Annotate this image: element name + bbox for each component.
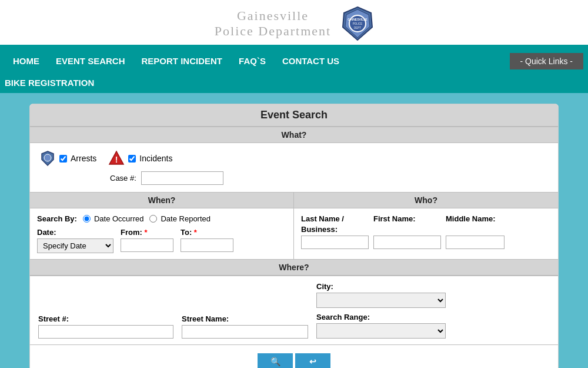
first-name-field-group: First Name: bbox=[373, 214, 441, 249]
reset-button[interactable]: ↩ Reset bbox=[295, 353, 330, 368]
search-box: Event Search What? Arrests bbox=[29, 104, 559, 368]
city-select[interactable] bbox=[316, 293, 446, 308]
where-section: Street #: Street Name: City: Searc bbox=[30, 276, 558, 344]
when-panel: When? Search By: Date Occurred Date Repo… bbox=[30, 193, 294, 259]
first-name-input[interactable] bbox=[373, 236, 441, 249]
header: Gainesville Police Department GAINESVILL… bbox=[0, 0, 588, 45]
first-name-label: First Name: bbox=[373, 214, 441, 223]
city-label: City: bbox=[316, 282, 446, 291]
nav-item-contact-us[interactable]: CONTACT US bbox=[274, 51, 348, 71]
main-content: Event Search What? Arrests bbox=[0, 93, 588, 368]
street-name-field-group: Street Name: bbox=[182, 314, 308, 339]
date-occurred-radio-group: Date Occurred bbox=[83, 214, 144, 223]
page-title: Event Search bbox=[30, 104, 558, 127]
from-required-star: * bbox=[144, 228, 147, 237]
case-label: Case #: bbox=[110, 174, 136, 183]
middle-name-input[interactable] bbox=[446, 236, 505, 249]
logo-line1: Gainesville bbox=[215, 8, 331, 24]
svg-text:POLICE: POLICE bbox=[353, 22, 363, 25]
search-range-select[interactable] bbox=[316, 323, 446, 339]
business-label: Business: bbox=[301, 225, 369, 234]
to-field-group: To: * 7/11/2024 bbox=[181, 228, 233, 252]
date-reported-label: Date Reported bbox=[161, 214, 211, 223]
reset-icon: ↩ bbox=[309, 357, 316, 366]
when-body: Search By: Date Occurred Date Reported D… bbox=[30, 208, 293, 259]
search-button[interactable]: 🔍 Search bbox=[258, 353, 293, 368]
city-range-group: City: Search Range: bbox=[316, 282, 446, 339]
when-header: When? bbox=[30, 193, 293, 208]
when-who-row: When? Search By: Date Occurred Date Repo… bbox=[30, 192, 558, 259]
nav-item-bike-registration[interactable]: BIKE REGISTRATION bbox=[5, 78, 583, 88]
date-reported-radio-group: Date Reported bbox=[149, 214, 211, 223]
search-icon: 🔍 bbox=[270, 357, 280, 366]
street-num-label: Street #: bbox=[38, 314, 173, 323]
search-range-field-group: Search Range: bbox=[316, 313, 446, 339]
last-name-input[interactable] bbox=[301, 236, 369, 249]
date-select[interactable]: Specify Date Today Yesterday Last 7 Days… bbox=[37, 238, 113, 253]
from-label: From: * bbox=[121, 228, 173, 237]
search-by-row: Search By: Date Occurred Date Reported bbox=[37, 214, 286, 223]
arrests-label: Arrests bbox=[71, 154, 96, 163]
nav-item-report-incident[interactable]: REPORT INCIDENT bbox=[133, 51, 231, 71]
nav-bar-second: BIKE REGISTRATION bbox=[0, 78, 588, 93]
city-field-group: City: bbox=[316, 282, 446, 308]
from-field-group: From: * 7/10/2024 bbox=[121, 228, 173, 252]
incidents-checkbox[interactable] bbox=[128, 155, 136, 163]
quick-links-button[interactable]: - Quick Links - bbox=[510, 53, 583, 69]
where-row: Street #: Street Name: City: Searc bbox=[38, 282, 550, 339]
logo-line2: Police Department bbox=[215, 24, 331, 39]
arrests-group: Arrests bbox=[39, 150, 96, 167]
who-panel: Who? Last Name / Business: First Name: bbox=[294, 193, 558, 259]
middle-name-field-group: Middle Name: bbox=[446, 214, 505, 249]
to-required-star: * bbox=[194, 228, 197, 237]
date-occurred-radio[interactable] bbox=[83, 215, 91, 223]
last-name-field-group: Last Name / Business: bbox=[301, 214, 369, 249]
nav-item-faqs[interactable]: FAQ`S bbox=[230, 51, 274, 71]
nav-item-home[interactable]: HOME bbox=[5, 51, 48, 71]
date-field-group: Date: Specify Date Today Yesterday Last … bbox=[37, 228, 113, 253]
middle-name-label: Middle Name: bbox=[446, 214, 505, 223]
svg-text:!: ! bbox=[115, 155, 118, 164]
case-input[interactable] bbox=[141, 171, 223, 185]
nav-bar: HOME EVENT SEARCH REPORT INCIDENT FAQ`S … bbox=[0, 45, 588, 78]
incidents-label: Incidents bbox=[139, 154, 172, 163]
what-checkboxes-row: Arrests ! Incidents bbox=[39, 150, 172, 167]
to-label: To: * bbox=[181, 228, 233, 237]
svg-text:GAINESVILLE: GAINESVILLE bbox=[348, 18, 368, 21]
date-reported-radio[interactable] bbox=[149, 215, 157, 223]
case-row: Case #: bbox=[110, 171, 223, 185]
where-header: Where? bbox=[30, 259, 558, 276]
search-range-label: Search Range: bbox=[316, 313, 446, 321]
buttons-row: 🔍 Search ↩ Reset bbox=[30, 344, 558, 368]
incidents-group: ! Incidents bbox=[108, 150, 172, 167]
to-date-input[interactable]: 7/11/2024 bbox=[181, 238, 233, 252]
street-name-label: Street Name: bbox=[182, 314, 308, 323]
who-fields-row: Last Name / Business: First Name: Middle… bbox=[301, 214, 551, 249]
who-body: Last Name / Business: First Name: Middle… bbox=[294, 208, 558, 255]
from-date-input[interactable]: 7/10/2024 bbox=[121, 238, 173, 252]
street-name-input[interactable] bbox=[182, 325, 308, 339]
date-fields-row: Date: Specify Date Today Yesterday Last … bbox=[37, 228, 286, 253]
arrests-checkbox[interactable] bbox=[59, 155, 67, 163]
last-name-label: Last Name / bbox=[301, 214, 369, 223]
nav-item-event-search[interactable]: EVENT SEARCH bbox=[48, 51, 133, 71]
nav-left: HOME EVENT SEARCH REPORT INCIDENT FAQ`S … bbox=[5, 51, 510, 71]
svg-point-7 bbox=[44, 154, 51, 161]
who-header: Who? bbox=[294, 193, 558, 208]
svg-text:DEPT: DEPT bbox=[354, 26, 361, 29]
what-header: What? bbox=[30, 127, 558, 143]
search-by-label: Search By: bbox=[37, 214, 77, 223]
arrests-shield-icon bbox=[39, 150, 56, 167]
incidents-warning-icon: ! bbox=[108, 150, 125, 167]
what-section: Arrests ! Incidents Case #: bbox=[30, 143, 558, 192]
street-num-field-group: Street #: bbox=[38, 314, 173, 339]
police-badge-icon: GAINESVILLE POLICE DEPT bbox=[342, 6, 373, 41]
street-num-input[interactable] bbox=[38, 325, 173, 339]
date-occurred-label: Date Occurred bbox=[94, 214, 144, 223]
date-label: Date: bbox=[37, 228, 113, 237]
